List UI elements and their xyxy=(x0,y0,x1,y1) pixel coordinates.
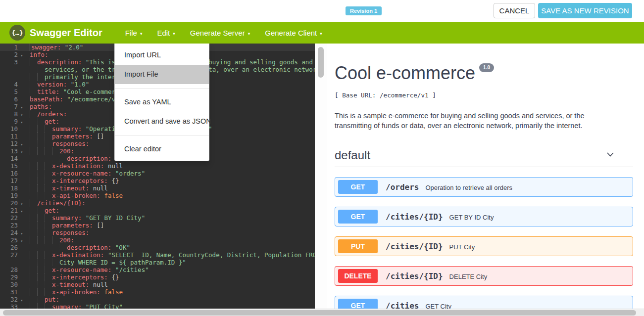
operation-row-delete-cities-id[interactable]: DELETE/cities/{ID}DELETE City xyxy=(335,266,633,286)
operation-row-put-cities-id[interactable]: PUT/cities/{ID}PUT City xyxy=(335,236,633,256)
operation-row-get-orders[interactable]: GET/ordersOperation to retrieve all orde… xyxy=(335,177,633,197)
menu-divider xyxy=(115,88,209,89)
token-k: paths: xyxy=(30,103,52,110)
code-text: City WHERE ID = ${ pathParam.ID }" xyxy=(26,259,186,266)
indent-guide xyxy=(52,236,59,244)
line-number: 27 xyxy=(0,251,18,259)
method-badge: DELETE xyxy=(338,269,378,283)
gutter-cell: 18 xyxy=(0,184,26,192)
gutter-cell: 28 xyxy=(0,266,26,273)
line-number: 15 xyxy=(0,162,18,170)
operations-list: GET/ordersOperation to retrieve all orde… xyxy=(335,177,633,316)
line-number: 1 xyxy=(0,44,18,51)
code-line: 29x-interceptors: {} xyxy=(0,273,315,281)
api-title: Cool e-commerce1.0 xyxy=(335,62,633,84)
indent-guide xyxy=(45,236,52,244)
code-line: 18x-timeout: null xyxy=(0,184,315,192)
token-k: basePath: xyxy=(30,95,63,103)
token-k: description: xyxy=(67,244,111,251)
gutter-cell: 32▾ xyxy=(0,296,26,303)
code-text: responses: xyxy=(26,229,89,236)
menu-file[interactable]: File▾ xyxy=(125,29,143,37)
token-k: description: xyxy=(37,58,82,66)
indent-guide xyxy=(30,66,37,73)
line-number: 30 xyxy=(0,281,18,288)
gutter-cell: 4 xyxy=(0,81,26,88)
token-p: {} xyxy=(108,273,119,281)
page-scrollbar-track[interactable] xyxy=(0,309,644,316)
token-p: null xyxy=(89,281,108,288)
gutter-cell: 24▾ xyxy=(0,229,26,236)
line-number: 28 xyxy=(0,266,18,273)
code-text: summary: "GET BY ID City" xyxy=(26,214,145,222)
file-menu-item-convert-and-save-as-json[interactable]: Convert and save as JSON xyxy=(115,112,209,131)
code-line: 24▾responses: xyxy=(0,229,315,236)
token-k: title: xyxy=(37,88,59,95)
indent-guide xyxy=(37,244,45,251)
gutter-cell: 14 xyxy=(0,155,26,162)
indent-guide xyxy=(45,259,52,266)
file-menu-item-clear-editor[interactable]: Clear editor xyxy=(115,139,209,159)
operation-path: /cities/{ID} xyxy=(386,212,443,222)
token-k: summary: xyxy=(52,214,82,222)
indent-guide xyxy=(37,140,45,147)
line-number: 17 xyxy=(0,177,18,184)
indent-guide xyxy=(30,251,37,259)
menu-generate-server[interactable]: Generate Server▾ xyxy=(190,29,250,37)
gutter-cell: 26 xyxy=(0,244,26,251)
file-menu-item-import-file[interactable]: Import File xyxy=(115,65,209,84)
indent-guide xyxy=(45,140,52,147)
code-line: 27x-destination: "SELECT ID, Name, Count… xyxy=(0,251,315,259)
menu-label: File xyxy=(125,29,137,37)
token-k: 200: xyxy=(59,147,74,155)
token-k: summary: xyxy=(52,125,82,133)
indent-guide xyxy=(30,170,37,177)
indent-guide xyxy=(45,281,52,288)
menu-edit[interactable]: Edit▾ xyxy=(157,29,175,37)
code-text: put: xyxy=(26,296,59,303)
code-text: x-timeout: null xyxy=(26,184,108,192)
token-k: parameters: xyxy=(52,222,93,229)
chevron-down-icon: ▾ xyxy=(140,31,143,36)
cancel-button[interactable]: CANCEL xyxy=(494,3,535,18)
indent-guide xyxy=(45,288,52,296)
indent-guide xyxy=(37,288,45,296)
gutter-cell xyxy=(0,66,26,73)
file-menu-item-save-as-yaml[interactable]: Save as YAML xyxy=(115,92,209,112)
line-number: 19 xyxy=(0,192,18,199)
gutter-cell xyxy=(0,259,26,266)
line-number: 2 xyxy=(0,51,18,58)
operation-row-get-cities-id[interactable]: GET/cities/{ID}GET BY ID City xyxy=(335,207,633,226)
preview-panel: Cool e-commerce1.0 [ Base URL: /ecommerc… xyxy=(327,44,644,316)
page-scrollbar-thumb[interactable] xyxy=(3,310,636,316)
indent-guide xyxy=(30,118,37,125)
operation-summary: Operation to retrieve all orders xyxy=(425,183,512,191)
indent-guide xyxy=(37,229,45,236)
method-badge: GET xyxy=(338,180,378,194)
tag-section-header[interactable]: default xyxy=(335,148,633,167)
indent-guide xyxy=(37,296,45,303)
gutter-cell: 13▾ xyxy=(0,147,26,155)
token-c: false xyxy=(104,192,123,199)
code-text: /orders: xyxy=(26,110,67,118)
token-k: x-destination: xyxy=(52,162,104,170)
operation-summary: GET BY ID City xyxy=(449,213,494,221)
code-line: 15x-destination: null xyxy=(0,162,315,170)
code-text: description: "OK" xyxy=(26,244,130,251)
token-p xyxy=(82,214,86,222)
menu-generate-client[interactable]: Generate Client▾ xyxy=(265,29,322,37)
line-number: 29 xyxy=(0,273,18,281)
token-p: null xyxy=(104,162,123,170)
editor-scrollbar-thumb[interactable] xyxy=(318,47,324,78)
line-number: 10 xyxy=(0,125,18,133)
editor-scrollbar-track[interactable] xyxy=(315,44,327,309)
indent-guide xyxy=(37,259,45,266)
version-badge: 1.0 xyxy=(479,63,494,72)
line-number: 22 xyxy=(0,214,18,222)
token-k: x-timeout: xyxy=(52,184,89,192)
code-text: x-interceptors: {} xyxy=(26,177,119,184)
indent-guide xyxy=(37,214,45,222)
save-as-new-revision-button[interactable]: SAVE AS NEW REVISION xyxy=(538,3,632,18)
chevron-down-icon[interactable] xyxy=(605,149,615,161)
file-menu-item-import-url[interactable]: Import URL xyxy=(115,45,209,65)
